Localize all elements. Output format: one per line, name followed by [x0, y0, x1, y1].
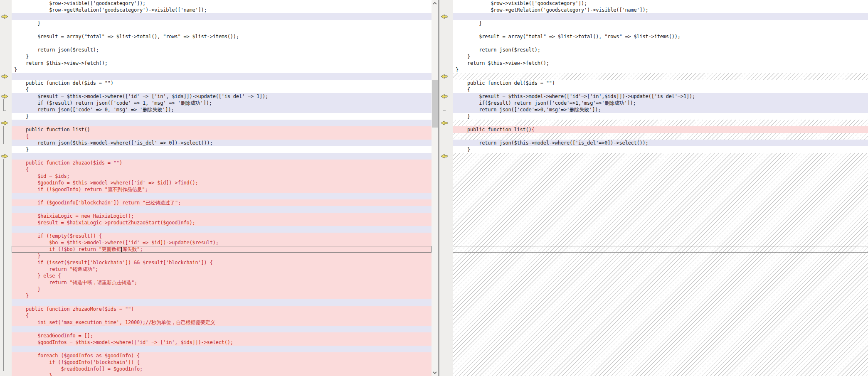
code-line — [12, 226, 432, 233]
code-line — [453, 166, 868, 173]
diff-arrow-left-icon[interactable] — [441, 74, 448, 79]
code-line — [453, 226, 868, 233]
code-line: if (isset($result['blockchain']) && $res… — [12, 259, 432, 266]
code-line — [12, 13, 432, 20]
code-line: } — [453, 20, 868, 27]
code-line: { — [12, 312, 432, 319]
code-line: $result = $haixiaLogic->productZhuzaoSta… — [12, 219, 432, 226]
diff-range-bracket — [443, 99, 443, 111]
code-line — [12, 153, 432, 160]
code-line: return "铸造成功"; — [12, 266, 432, 273]
code-line — [453, 319, 868, 326]
code-line: $row->getRelation('goodscategory')->visi… — [12, 7, 432, 13]
code-line: $row->getRelation('goodscategory')->visi… — [453, 7, 868, 13]
code-line — [12, 193, 432, 199]
code-line: } else { — [12, 273, 432, 279]
code-line: } — [453, 53, 868, 60]
scroll-up-button[interactable] — [432, 0, 438, 7]
code-line — [12, 206, 432, 213]
code-line — [453, 206, 868, 213]
code-line — [453, 239, 868, 246]
code-line: return json($result); — [12, 47, 432, 53]
code-line: ini_set('max_execution_time', 12000);//秒… — [12, 319, 432, 326]
code-line — [453, 40, 868, 47]
code-line: if (!$goodInfo['blockchain']) { — [12, 359, 432, 366]
code-line — [453, 213, 868, 219]
code-line — [12, 73, 432, 80]
code-line: return json($result); — [453, 47, 868, 53]
left-diff-margin — [0, 0, 12, 376]
diff-arrow-left-icon[interactable] — [441, 94, 448, 99]
code-line: if (!$bo) return "更新数据库失败"; — [12, 246, 432, 253]
code-line: $readGoodInfo = []; — [12, 332, 432, 339]
code-line — [453, 199, 868, 206]
code-line — [12, 40, 432, 47]
code-line — [453, 339, 868, 346]
code-line: return json($this->model->where(['is_del… — [453, 140, 868, 146]
code-line: return json(['code'=>0,'msg'=>'删除失败']); — [453, 106, 868, 113]
diff-arrow-left-icon[interactable] — [441, 14, 448, 19]
code-line: $row->visible(['goodscategory']); — [12, 0, 432, 7]
code-line — [453, 193, 868, 199]
code-line — [453, 173, 868, 179]
code-line — [453, 27, 868, 33]
code-text-segment: { — [532, 127, 535, 133]
code-line: if ($goodInfo['blockchain']) return "已经铸… — [12, 199, 432, 206]
diff-arrow-right-icon[interactable] — [1, 14, 8, 19]
diff-range-bracket-foot — [3, 144, 6, 144]
code-line: public function del($ids = "") — [453, 80, 868, 86]
diff-arrow-right-icon[interactable] — [1, 154, 8, 159]
code-line — [453, 299, 868, 306]
scrollbar-thumb[interactable] — [432, 80, 438, 128]
code-line: } — [453, 113, 868, 120]
code-line — [453, 73, 868, 80]
code-line: if ($result) return json(['code' => 1, '… — [12, 100, 432, 106]
code-line — [453, 292, 868, 299]
diff-arrow-left-icon[interactable] — [441, 154, 448, 159]
code-line: public function list(){ — [453, 126, 868, 133]
code-line: $result = $this->model->where(['id'=>['i… — [453, 93, 868, 100]
code-line — [453, 13, 868, 20]
diff-arrow-right-icon[interactable] — [1, 94, 8, 99]
code-line: $haixiaLogic = new HaixiaLogic(); — [12, 213, 432, 219]
left-code-editor[interactable]: $row->visible(['goodscategory']); $row->… — [12, 0, 432, 376]
code-line — [453, 160, 868, 166]
code-line: { — [12, 133, 432, 140]
diff-arrow-right-icon[interactable] — [1, 120, 8, 125]
code-line: $goodInfos = $this->model->where(['id' =… — [12, 339, 432, 346]
code-line: return $this->view->fetch(); — [12, 60, 432, 66]
code-line — [12, 346, 432, 352]
code-line: } — [12, 253, 432, 259]
diff-arrow-right-icon[interactable] — [1, 74, 8, 79]
diff-viewer-window: $row->visible(['goodscategory']); $row->… — [0, 0, 868, 376]
code-line — [453, 326, 868, 332]
diff-range-bracket — [3, 99, 4, 111]
code-line: $goodInfo = $this->model->where(['id' =>… — [12, 179, 432, 186]
code-line: $result = $this->model->where(['id' => [… — [12, 93, 432, 100]
code-line: return "铸造中断，请重新点击铸造"; — [12, 279, 432, 286]
code-line — [453, 120, 868, 126]
code-line — [12, 27, 432, 33]
code-line — [453, 312, 868, 319]
left-pane-scrollbar[interactable] — [432, 0, 438, 376]
code-line — [453, 279, 868, 286]
code-line: $result = array("total" => $list->total(… — [12, 33, 432, 40]
code-line — [453, 346, 868, 352]
code-line: } — [12, 286, 432, 292]
code-line — [453, 233, 868, 239]
code-line — [453, 306, 868, 312]
code-line: $result = array("total" => $list->total(… — [453, 33, 868, 40]
diff-arrow-left-icon[interactable] — [441, 120, 448, 125]
scroll-down-button[interactable] — [432, 369, 438, 376]
code-line: public function del($ids = "") — [12, 80, 432, 86]
code-line: $id = $ids; — [12, 173, 432, 179]
chevron-down-icon — [433, 371, 437, 374]
code-line — [453, 352, 868, 359]
code-line — [453, 286, 868, 292]
right-code-editor[interactable]: $row->visible(['goodscategory']); $row->… — [453, 0, 868, 376]
code-line — [453, 219, 868, 226]
code-line: return json(['code' => 0, 'msg' => '删除失败… — [12, 106, 432, 113]
code-line — [453, 133, 868, 140]
code-line: } — [12, 113, 432, 120]
code-line: } — [12, 20, 432, 27]
